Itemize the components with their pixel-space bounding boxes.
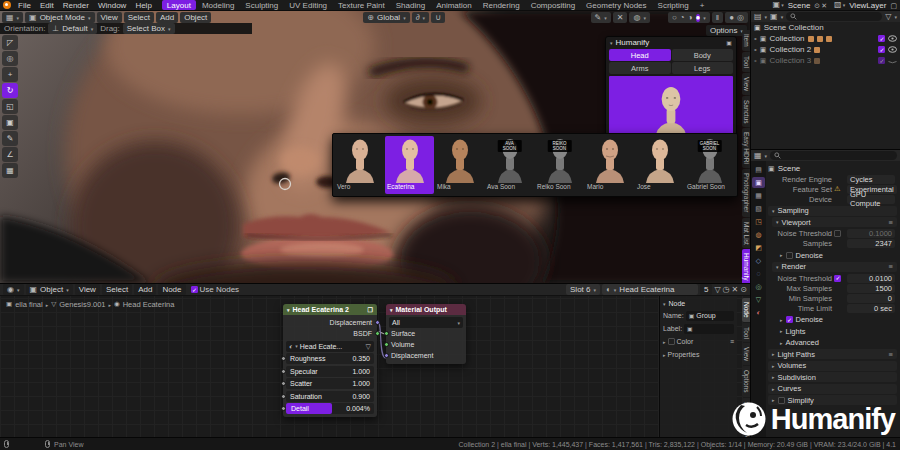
shader-menu-view[interactable]: View: [75, 284, 100, 295]
tool-move[interactable]: +: [2, 67, 18, 82]
properties-search-input[interactable]: [770, 151, 897, 160]
workspace-tab-texture-paint[interactable]: Texture Paint: [333, 0, 390, 10]
socket-roughness-in[interactable]: [281, 356, 286, 361]
blender-logo-icon[interactable]: [3, 1, 11, 9]
subsection-render-denoise[interactable]: ▸Denoise: [776, 315, 897, 325]
outliner-row-collection-2[interactable]: • ▣ Collection 2: [751, 44, 900, 55]
pivot-point-selector[interactable]: ∂▾: [412, 12, 429, 23]
shader-tab-node[interactable]: Node: [742, 298, 751, 322]
new-material-icon[interactable]: ◷: [723, 286, 730, 294]
character-preview[interactable]: [609, 76, 733, 138]
panel-menu-icon[interactable]: ≡: [730, 338, 734, 345]
shader-menu-select[interactable]: Select: [102, 284, 132, 295]
sidebar-tab-humanify[interactable]: Humanify: [742, 249, 751, 283]
annotate-tool-button[interactable]: ✎▾: [591, 12, 611, 23]
workspace-tab-modeling[interactable]: Modeling: [197, 0, 239, 10]
character-mika[interactable]: Mika: [435, 136, 484, 194]
eye-hidden-icon[interactable]: [888, 57, 897, 64]
shader-type-selector[interactable]: ▣Object▾: [26, 284, 73, 295]
tool-measure[interactable]: ∠: [2, 147, 18, 162]
character-mario[interactable]: Mario: [585, 136, 634, 194]
shader-tab-tool[interactable]: Tool: [742, 323, 751, 343]
rendered-shading-icon[interactable]: ●: [696, 14, 701, 22]
sidebar-tab-item[interactable]: Item: [742, 30, 751, 51]
unlink-scene-icon[interactable]: ✕: [821, 2, 827, 9]
viewport-menu-object[interactable]: Object: [180, 12, 211, 23]
noise-threshold-checkbox[interactable]: [834, 230, 841, 237]
properties-tab-data[interactable]: ▽: [752, 294, 765, 305]
workspace-tab-scripting[interactable]: Scripting: [653, 0, 694, 10]
node-header[interactable]: ▾ Material Output: [386, 304, 466, 315]
workspace-tab-layout[interactable]: Layout: [162, 0, 196, 10]
outliner-editor-icon[interactable]: ▤: [754, 13, 762, 21]
subsection-viewport-denoise[interactable]: ▸Denoise: [776, 250, 897, 260]
pin-scene-icon[interactable]: ⊙: [814, 2, 820, 9]
render-preview-icon[interactable]: ●◎: [725, 12, 748, 23]
overlays-toggle[interactable]: ◍▾: [629, 12, 650, 23]
material-slot-selector[interactable]: Slot 6▾: [566, 284, 600, 295]
node-head-ecaterina-2[interactable]: ▾ Head Ecaterina 2 ❐ Displacement BSDF ◐…: [283, 304, 377, 417]
socket-specular-in[interactable]: [281, 369, 286, 374]
material-selector[interactable]: ◐▾Head Ecaterina: [602, 284, 698, 295]
node-name-input[interactable]: ▣Group: [686, 311, 734, 321]
eye-visibility-icon[interactable]: [888, 46, 897, 53]
sidebar-tab-sanctus[interactable]: Sanctus: [742, 96, 751, 128]
drag-mode-selector[interactable]: Select Box▾: [123, 23, 175, 34]
display-mode-icon[interactable]: ▣: [770, 13, 778, 21]
socket-displacement-in[interactable]: [384, 353, 389, 358]
socket-scatter-in[interactable]: [281, 381, 286, 386]
subsection-advanced[interactable]: ▸Advanced: [776, 338, 897, 348]
outliner-row-collection[interactable]: • ▣ Collection: [751, 33, 900, 44]
panel-drag-icon[interactable]: ▣: [726, 40, 732, 46]
transform-orientation-selector[interactable]: ⊕Global▾: [363, 12, 409, 23]
filter-icon[interactable]: ▽: [885, 13, 891, 21]
node-properties-section[interactable]: ▸Properties: [663, 348, 734, 361]
denoise-checkbox[interactable]: [786, 316, 793, 323]
param-saturation[interactable]: Saturation 0.900: [286, 391, 374, 402]
workspace-tab-shading[interactable]: Shading: [391, 0, 430, 10]
tool-transform[interactable]: ▣: [2, 115, 18, 130]
tab-arms[interactable]: Arms: [609, 62, 671, 74]
menu-render[interactable]: Render: [59, 1, 93, 10]
viewport-menu-add[interactable]: Add: [156, 12, 178, 23]
param-scatter[interactable]: Scatter 1.000: [286, 378, 374, 389]
properties-tab-scene[interactable]: ◳: [752, 216, 765, 227]
tool-annotate[interactable]: ✎: [2, 131, 18, 146]
section-subdivision[interactable]: ▸Subdivision: [768, 372, 897, 382]
section-volumes[interactable]: ▸Volumes: [768, 361, 897, 371]
character-ava-soon[interactable]: Ava Soon Ava Soon: [485, 136, 534, 194]
tool-select-box[interactable]: ◸: [2, 35, 18, 50]
scene-selector[interactable]: Scene: [788, 1, 811, 10]
add-workspace-button[interactable]: +: [695, 0, 710, 10]
max-samples-value[interactable]: 1500: [847, 284, 895, 293]
render-engine-selector[interactable]: Cycles: [847, 175, 895, 184]
subsection-viewport[interactable]: ▾Viewport≡: [772, 217, 897, 227]
properties-tab-object[interactable]: ◩: [752, 242, 765, 253]
socket-detail-in[interactable]: [281, 406, 286, 411]
shader-tab-options[interactable]: Options: [742, 366, 751, 396]
shader-editor[interactable]: ◉▾ ▣Object▾ View Select Add Node Use Nod…: [0, 283, 750, 437]
properties-tab-output[interactable]: ▦: [752, 190, 765, 201]
unlink-material-icon[interactable]: ✕: [732, 286, 739, 294]
3d-viewport[interactable]: ▦▾ ▣Object Mode▾ View Select Add Object …: [0, 11, 750, 283]
workspace-tab-sculpting[interactable]: Sculpting: [240, 0, 283, 10]
editor-type-button[interactable]: ▦▾: [2, 12, 23, 23]
wireframe-shading-icon[interactable]: ○: [672, 14, 677, 22]
eye-visibility-icon[interactable]: [888, 35, 897, 42]
collection-checkbox[interactable]: [878, 46, 885, 53]
node-label-input[interactable]: ▣: [684, 324, 734, 334]
tool-cursor[interactable]: ◎: [2, 51, 18, 66]
time-limit-value[interactable]: 0 sec: [847, 304, 895, 313]
node-material-output[interactable]: ▾ Material Output All ▾ Surface Volume D…: [386, 304, 466, 364]
param-specular[interactable]: Specular 1.000: [286, 366, 374, 377]
character-vero[interactable]: Vero: [335, 136, 384, 194]
device-selector[interactable]: GPU Compute: [847, 195, 895, 204]
mode-selector[interactable]: ▣Object Mode▾: [25, 12, 94, 23]
subsection-lights[interactable]: ▸Lights: [776, 326, 897, 336]
panel-menu-icon[interactable]: ≡: [889, 218, 893, 227]
use-nodes-checkbox[interactable]: [191, 286, 198, 293]
workspace-tab-geometry-nodes[interactable]: Geometry Nodes: [581, 0, 651, 10]
noise-threshold-value[interactable]: 0.1000: [847, 229, 895, 238]
node-color-section[interactable]: ▸ Color ≡: [663, 335, 734, 348]
proportional-editing-toggle[interactable]: ✕: [613, 12, 628, 23]
